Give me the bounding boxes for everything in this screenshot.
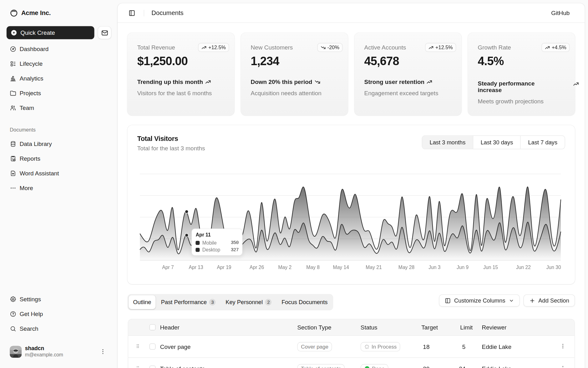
svg-text:Jun 22: Jun 22 [516, 265, 530, 270]
svg-text:Apr 13: Apr 13 [189, 265, 203, 270]
svg-text:May 14: May 14 [333, 265, 349, 270]
svg-text:Apr 19: Apr 19 [217, 265, 231, 270]
svg-text:Jun 3: Jun 3 [428, 265, 441, 270]
svg-text:May 2: May 2 [278, 265, 291, 270]
svg-text:Jun 15: Jun 15 [483, 265, 498, 270]
svg-text:Jun 9: Jun 9 [456, 265, 468, 270]
svg-text:Apr 7: Apr 7 [162, 265, 174, 270]
svg-text:May 28: May 28 [398, 265, 414, 270]
svg-text:Jun 30: Jun 30 [546, 265, 561, 270]
svg-text:May 8: May 8 [306, 265, 320, 270]
svg-text:Apr 26: Apr 26 [249, 265, 264, 270]
svg-text:May 21: May 21 [366, 265, 382, 270]
